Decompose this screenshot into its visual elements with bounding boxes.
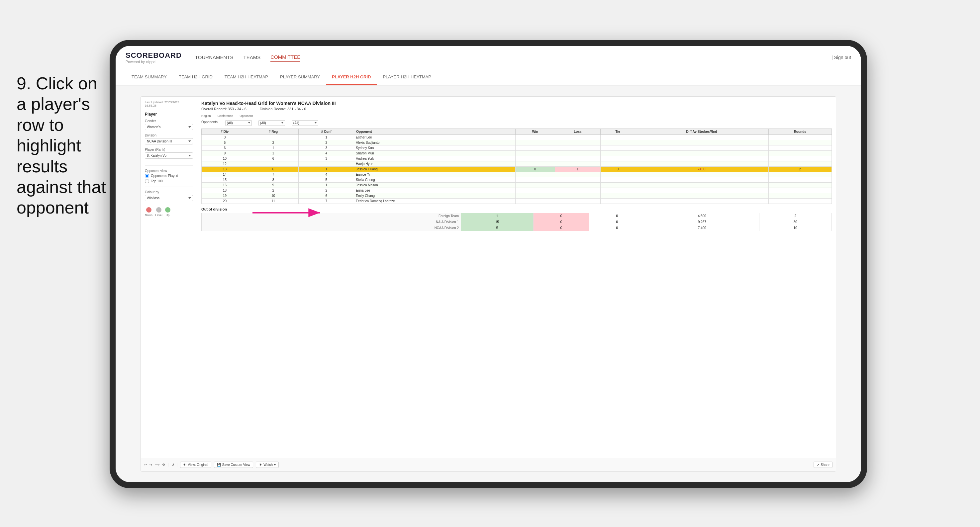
- ood-win: 15: [461, 219, 533, 225]
- timestamp-label: Last Updated: 27/03/2024: [145, 101, 193, 104]
- cell-win: [515, 151, 555, 156]
- cell-rounds: [768, 161, 832, 167]
- gender-select[interactable]: Women's: [145, 124, 193, 130]
- cell-diff: [635, 135, 768, 140]
- top-nav: SCOREBOARD Powered by clippd TOURNAMENTS…: [116, 46, 861, 69]
- cell-conf: [299, 161, 354, 167]
- save-custom-view-btn[interactable]: 💾 Save Custom View: [214, 462, 253, 468]
- cell-reg: 8: [248, 177, 298, 182]
- cell-rounds: 2: [768, 167, 832, 172]
- cell-reg: 9: [248, 182, 298, 187]
- tablet-frame: SCOREBOARD Powered by clippd TOURNAMENTS…: [110, 40, 867, 488]
- tab-player-summary[interactable]: PLAYER SUMMARY: [274, 70, 326, 85]
- cell-win: [515, 161, 555, 167]
- table-row[interactable]: 5 2 2 Alexis Sudjianto: [202, 140, 832, 145]
- ood-row[interactable]: NCAA Division 2 5 0 0 7.400 10: [202, 225, 832, 231]
- colour-by-select[interactable]: Win/loss: [145, 195, 193, 201]
- refresh-icon[interactable]: ↺: [172, 463, 174, 467]
- table-row[interactable]: 10 6 3 Andrea York: [202, 156, 832, 161]
- division-select[interactable]: NCAA Division III: [145, 138, 193, 144]
- col-reg: # Reg: [248, 129, 298, 135]
- cell-div: 5: [202, 140, 248, 145]
- cell-rounds: [768, 187, 832, 193]
- cell-conf: 1: [299, 135, 354, 140]
- undo-icon[interactable]: ↩: [144, 463, 147, 467]
- forward-icon[interactable]: ⟶: [155, 463, 159, 467]
- tab-team-h2h-heatmap[interactable]: TEAM H2H HEATMAP: [219, 70, 274, 85]
- grid-area: Katelyn Vo Head-to-Head Grid for Women's…: [197, 97, 836, 458]
- table-row[interactable]: 16 9 1 Jessica Mason: [202, 182, 832, 187]
- settings-icon[interactable]: ⚙: [162, 463, 165, 467]
- cell-reg: 11: [248, 198, 298, 203]
- ood-tie: 0: [589, 219, 645, 225]
- nav-teams[interactable]: TEAMS: [243, 53, 261, 62]
- sidebar-divider-1: [145, 165, 193, 166]
- radio-top100[interactable]: Top 100: [145, 179, 193, 183]
- nav-committee[interactable]: COMMITTEE: [270, 52, 300, 62]
- cell-tie: [601, 182, 635, 187]
- player-rank-select[interactable]: 8. Katelyn Vo: [145, 152, 193, 159]
- table-row[interactable]: 18 2 2 Euna Lee: [202, 187, 832, 193]
- tab-player-h2h-heatmap[interactable]: PLAYER H2H HEATMAP: [377, 70, 437, 85]
- ood-diff: 7.400: [645, 225, 759, 231]
- table-row[interactable]: 13 6 1 Jessica Huang 0 1 0 -3.00 2: [202, 167, 832, 172]
- table-row[interactable]: 6 1 3 Sydney Kuo: [202, 145, 832, 151]
- cell-diff: [635, 151, 768, 156]
- sign-out[interactable]: | Sign out: [832, 55, 851, 60]
- filter-region: Region: [201, 114, 211, 117]
- table-row[interactable]: 19 10 6 Emily Chang: [202, 193, 832, 198]
- grid-title: Katelyn Vo Head-to-Head Grid for Women's…: [201, 101, 832, 106]
- ood-row[interactable]: NAIA Division 1 15 0 0 9.267 30: [202, 219, 832, 225]
- tab-player-h2h-grid[interactable]: PLAYER H2H GRID: [326, 70, 377, 85]
- table-row[interactable]: 3 1 Esther Lee: [202, 135, 832, 140]
- watch-btn[interactable]: 👁 Watch ▾: [256, 462, 279, 468]
- ood-row[interactable]: Foreign Team 1 0 0 4.500 2: [202, 213, 832, 219]
- cell-win: [515, 177, 555, 182]
- tablet-screen: SCOREBOARD Powered by clippd TOURNAMENTS…: [116, 46, 861, 482]
- tab-team-h2h-grid[interactable]: TEAM H2H GRID: [173, 70, 219, 85]
- tab-team-summary[interactable]: TEAM SUMMARY: [126, 70, 173, 85]
- cell-rounds: [768, 177, 832, 182]
- cell-conf: 6: [299, 193, 354, 198]
- conference-select[interactable]: (All): [258, 120, 285, 126]
- cell-tie: [601, 145, 635, 151]
- ood-loss: 0: [533, 225, 589, 231]
- logo-title: SCOREBOARD: [126, 51, 182, 60]
- cell-opponent: Andrea York: [354, 156, 515, 161]
- table-row[interactable]: 14 7 4 Eunice Yi: [202, 172, 832, 177]
- cell-win: 0: [515, 167, 555, 172]
- toolbar-separator-1: |: [168, 463, 169, 467]
- cell-rounds: [768, 135, 832, 140]
- radio-opponents-played[interactable]: Opponents Played: [145, 174, 193, 178]
- grid-records: Overall Record: 353 - 34 - 6 Division Re…: [201, 107, 832, 111]
- main-content: Last Updated: 27/03/2024 16:55:28 Player…: [116, 86, 861, 482]
- cell-diff: [635, 187, 768, 193]
- ood-win: 1: [461, 213, 533, 219]
- redo-icon[interactable]: ↪: [150, 463, 152, 467]
- h2h-table: # Div # Reg # Conf Opponent Win Loss Tie…: [201, 129, 832, 204]
- cell-tie: [601, 172, 635, 177]
- view-original-btn[interactable]: 👁 View: Original: [180, 462, 211, 468]
- cell-conf: 1: [299, 182, 354, 187]
- table-row[interactable]: 12 Haeju Hyun: [202, 161, 832, 167]
- table-row[interactable]: 20 11 7 Federica Domecq Lacroze: [202, 198, 832, 203]
- ood-title: Out of division: [201, 207, 832, 211]
- opponent-select[interactable]: (All): [292, 120, 318, 126]
- cell-reg: 2: [248, 140, 298, 145]
- share-btn[interactable]: ↗ Share: [814, 462, 832, 468]
- cell-win: [515, 156, 555, 161]
- cell-reg: 6: [248, 167, 298, 172]
- colour-level: Level: [155, 207, 162, 217]
- cell-div: 10: [202, 156, 248, 161]
- opponents-select[interactable]: (All): [225, 120, 252, 126]
- ood-diff: 4.500: [645, 213, 759, 219]
- nav-links: TOURNAMENTS TEAMS COMMITTEE: [195, 52, 300, 62]
- opponent-view-label: Opponent view: [145, 169, 193, 173]
- table-row[interactable]: 9 1 4 Sharon Mun: [202, 151, 832, 156]
- cell-conf: 4: [299, 172, 354, 177]
- col-tie: Tie: [601, 129, 635, 135]
- cell-loss: [555, 193, 601, 198]
- table-row[interactable]: 15 8 5 Stella Cheng: [202, 177, 832, 182]
- nav-tournaments[interactable]: TOURNAMENTS: [195, 53, 234, 62]
- cell-win: [515, 172, 555, 177]
